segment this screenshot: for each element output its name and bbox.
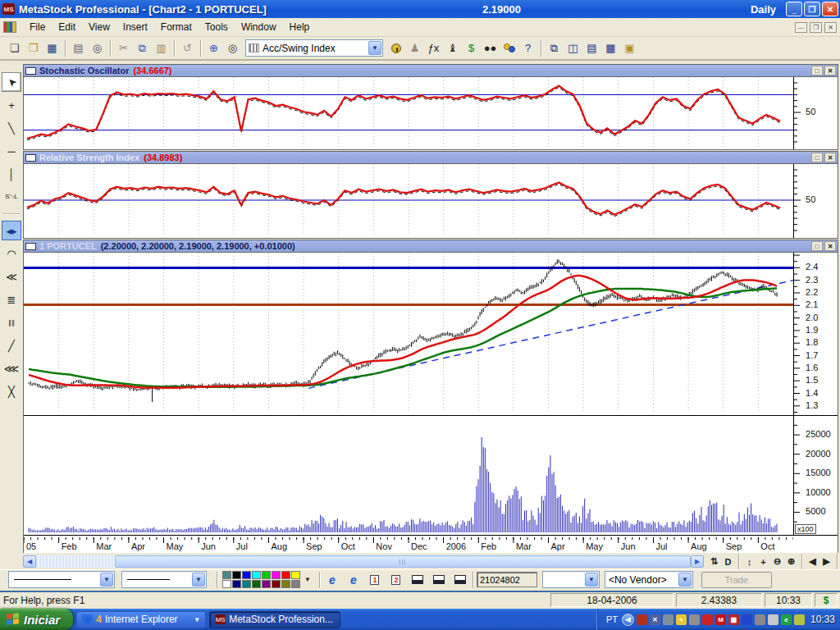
- document-icon[interactable]: [3, 21, 16, 33]
- color-swatch-11[interactable]: [252, 580, 261, 588]
- stochastic-panel-header[interactable]: Stochastic Oscillator (34.6667) □✕: [24, 65, 838, 77]
- tray-icon-12[interactable]: e: [781, 614, 792, 625]
- explorer-binoculars-icon[interactable]: ●●: [481, 39, 500, 57]
- crosshair-icon[interactable]: ⊕: [204, 39, 223, 57]
- menu-insert[interactable]: Insert: [116, 20, 154, 34]
- tray-icon-10[interactable]: [755, 614, 765, 625]
- menu-window[interactable]: Window: [235, 20, 283, 34]
- fibonacci-arcs-tool[interactable]: ◠: [2, 244, 21, 263]
- app-icon[interactable]: MS: [2, 3, 15, 15]
- save-icon[interactable]: ▦: [43, 39, 62, 57]
- color-swatch-14[interactable]: [281, 580, 290, 588]
- color-swatch-3[interactable]: [252, 571, 261, 579]
- color-swatch-10[interactable]: [242, 580, 251, 588]
- offline-people-icon[interactable]: [500, 39, 518, 57]
- cut-icon[interactable]: ✂: [114, 39, 133, 57]
- tile-horizontal-icon[interactable]: ▤: [582, 39, 601, 57]
- menu-tools[interactable]: Tools: [199, 20, 235, 34]
- tile-quad-icon[interactable]: ▦: [601, 39, 620, 57]
- color-swatch-13[interactable]: [272, 580, 281, 588]
- semilog-scale-tool[interactable]: S⟍L: [2, 187, 21, 207]
- scrollbar-right-arrow[interactable]: ▶: [691, 555, 704, 568]
- minimize-button[interactable]: _: [786, 2, 802, 16]
- vendor-dropdown[interactable]: <No Vendor> ▼: [605, 571, 693, 588]
- color-swatch-7[interactable]: [291, 571, 300, 579]
- indicator-dropdown[interactable]: Acc/Swing Index ▼: [245, 39, 383, 57]
- menu-view[interactable]: View: [82, 20, 116, 34]
- gann-fan-tool[interactable]: ⋘: [2, 358, 21, 378]
- color-swatch-0[interactable]: [222, 571, 231, 579]
- color-swatch-5[interactable]: [272, 571, 281, 579]
- tray-icon-2[interactable]: ✕: [650, 614, 660, 625]
- lattice-tool[interactable]: ╳: [2, 381, 21, 401]
- color-swatch-8[interactable]: [222, 580, 231, 588]
- menu-format[interactable]: Format: [154, 20, 199, 34]
- panel-maximize-button[interactable]: □: [811, 153, 823, 162]
- color-swatch-9[interactable]: [232, 580, 241, 588]
- restore-button[interactable]: ❐: [804, 2, 820, 16]
- scrollbar-track[interactable]: [36, 555, 115, 568]
- expert-advisor-icon[interactable]: ♟: [405, 39, 424, 57]
- tray-icon-3[interactable]: [663, 614, 673, 625]
- panel-icon[interactable]: [25, 154, 36, 162]
- chevron-down-icon[interactable]: ▼: [585, 573, 598, 587]
- line-style-dropdown[interactable]: ▼: [8, 571, 115, 588]
- zoom-vertical-icon[interactable]: ↕: [742, 555, 756, 568]
- open-folder-icon[interactable]: ❐: [24, 39, 43, 57]
- horizontal-line-tool[interactable]: ─: [2, 141, 21, 161]
- language-indicator[interactable]: PT: [606, 614, 618, 624]
- fibonacci-retracement-tool[interactable]: ≣: [2, 290, 21, 309]
- chevron-down-icon[interactable]: ▼: [192, 573, 205, 587]
- indicator-builder-icon[interactable]: ƒx: [424, 39, 443, 57]
- vertical-line-tool[interactable]: │: [2, 164, 21, 184]
- cascade-windows-icon[interactable]: ⧉: [545, 39, 564, 57]
- periodicity-daily-icon[interactable]: D: [721, 555, 735, 568]
- tray-icon-8[interactable]: ▦: [728, 614, 739, 625]
- color-swatch-6[interactable]: [281, 571, 290, 579]
- color-swatch-15[interactable]: [291, 580, 300, 588]
- copy-icon[interactable]: ⧉: [133, 39, 152, 57]
- tray-icon-7[interactable]: M: [715, 614, 726, 625]
- tray-icon-5[interactable]: [689, 614, 700, 625]
- browser-icon-1[interactable]: e: [323, 572, 341, 588]
- zoom-in-icon[interactable]: ⊕: [784, 555, 798, 568]
- stochastic-plot[interactable]: [24, 77, 794, 149]
- horizontal-scrollbar[interactable]: ◀ ▶: [23, 555, 704, 568]
- chevron-down-icon[interactable]: ▼: [368, 41, 381, 55]
- tray-icon-1[interactable]: [637, 614, 647, 625]
- print-preview-icon[interactable]: ◎: [88, 39, 107, 57]
- fibonacci-timezones-tool[interactable]: ∥∥: [2, 313, 21, 332]
- tray-icon-4[interactable]: ϟ: [676, 614, 687, 625]
- start-button[interactable]: Iniciar: [0, 609, 73, 630]
- print-icon[interactable]: ▤: [69, 39, 88, 57]
- refresh-data-icon[interactable]: ⇅: [707, 555, 721, 568]
- child-minimize-button[interactable]: —: [795, 22, 807, 33]
- layout-icon-2[interactable]: [430, 572, 448, 588]
- chevron-down-icon[interactable]: ▼: [678, 573, 692, 587]
- pointer-tool[interactable]: ➤: [2, 72, 21, 92]
- color-swatch-12[interactable]: [262, 580, 271, 588]
- line-weight-dropdown[interactable]: ▼: [121, 571, 207, 588]
- palette-dropdown-arrow[interactable]: ▼: [304, 576, 311, 583]
- menu-help[interactable]: Help: [283, 20, 317, 34]
- panel-maximize-button[interactable]: □: [811, 241, 823, 251]
- menu-edit[interactable]: Edit: [52, 20, 82, 34]
- trendline-up-tool[interactable]: ╱: [2, 336, 21, 355]
- panel-close-button[interactable]: ✕: [824, 153, 836, 162]
- scroll-chart-left-icon[interactable]: ◀: [806, 555, 819, 568]
- menu-file[interactable]: File: [23, 20, 52, 34]
- zoom-out-icon[interactable]: ⊖: [770, 555, 784, 568]
- child-close-button[interactable]: ✕: [824, 22, 837, 33]
- volume-plot[interactable]: [24, 416, 794, 536]
- taskbar-item-internet-explorer[interactable]: e 4 Internet Explorer ▼: [76, 611, 206, 628]
- layout-icon-3[interactable]: [451, 572, 469, 588]
- tray-collapse-icon[interactable]: ◀: [622, 614, 634, 626]
- trade-button[interactable]: Trade: [701, 572, 772, 588]
- scrollbar-left-arrow[interactable]: ◀: [23, 555, 36, 568]
- symbol-dropdown[interactable]: ▼: [542, 571, 600, 588]
- layout-icon-1[interactable]: [409, 572, 427, 588]
- panel-close-button[interactable]: ✕: [824, 241, 836, 251]
- trendline-tool[interactable]: ╲: [2, 118, 21, 138]
- rsi-panel-header[interactable]: Relative Strength Index (34.8983) □✕: [24, 152, 838, 164]
- color-swatch-4[interactable]: [262, 571, 271, 579]
